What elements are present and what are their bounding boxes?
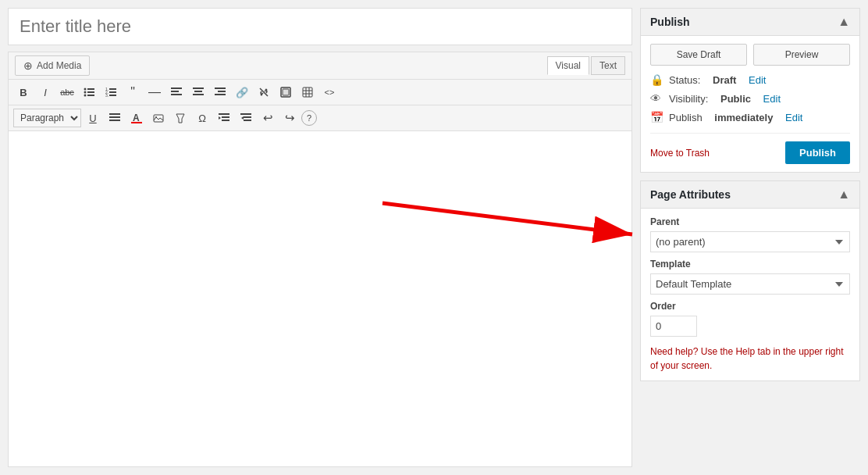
- template-label: Template: [650, 259, 850, 270]
- parent-label: Parent: [650, 216, 850, 227]
- svg-rect-33: [131, 122, 142, 123]
- page-attributes-header: Page Attributes ▲: [641, 181, 859, 209]
- svg-rect-3: [87, 91, 94, 93]
- underline-button[interactable]: U: [83, 109, 103, 127]
- svg-rect-39: [222, 120, 229, 121]
- svg-rect-41: [244, 116, 251, 118]
- redo-button[interactable]: ↪: [279, 109, 300, 127]
- bold-button[interactable]: B: [13, 83, 34, 102]
- svg-rect-7: [109, 88, 116, 90]
- insert-media-button[interactable]: [148, 109, 169, 127]
- visibility-label: Visibility:: [669, 93, 708, 105]
- publish-actions: Save Draft Preview: [650, 44, 850, 66]
- editor-content[interactable]: [9, 131, 631, 466]
- preview-button[interactable]: Preview: [753, 44, 850, 66]
- add-media-button[interactable]: ⊕ Add Media: [15, 55, 90, 76]
- svg-rect-11: [109, 95, 116, 96]
- svg-rect-18: [215, 88, 226, 89]
- save-draft-button[interactable]: Save Draft: [650, 44, 747, 66]
- svg-text:3.: 3.: [105, 93, 108, 98]
- insert-link-button[interactable]: 🔗: [232, 83, 252, 102]
- fullscreen-button[interactable]: [276, 83, 296, 102]
- svg-rect-29: [109, 113, 120, 115]
- align-right-button[interactable]: [210, 83, 230, 102]
- visibility-value: Public: [720, 93, 751, 105]
- status-edit-link[interactable]: Edit: [749, 74, 766, 86]
- publish-panel-header: Publish ▲: [641, 9, 859, 36]
- publish-panel: Publish ▲ Save Draft Preview 🔒 Status: D…: [640, 8, 860, 173]
- justify-button[interactable]: [105, 109, 125, 127]
- svg-rect-13: [171, 91, 179, 92]
- order-input[interactable]: [650, 316, 697, 337]
- page-attributes-collapse-arrow[interactable]: ▲: [838, 188, 850, 202]
- svg-rect-1: [87, 88, 94, 90]
- svg-rect-17: [193, 94, 204, 95]
- svg-rect-12: [171, 88, 182, 89]
- table-button[interactable]: [297, 83, 318, 102]
- align-left-button[interactable]: [166, 83, 187, 102]
- tab-visual[interactable]: Visual: [547, 56, 589, 75]
- ordered-list-button[interactable]: 1.2.3.: [101, 83, 121, 102]
- svg-rect-16: [194, 91, 202, 92]
- visibility-row: 👁 Visibility: Public Edit: [650, 92, 850, 105]
- svg-rect-40: [240, 113, 251, 115]
- add-media-icon: ⊕: [23, 59, 33, 72]
- unlink-button[interactable]: [254, 83, 274, 102]
- order-label: Order: [650, 301, 850, 312]
- status-icon: 🔒: [650, 73, 664, 86]
- page-attributes-title: Page Attributes: [650, 188, 731, 201]
- svg-rect-20: [215, 94, 226, 95]
- svg-rect-30: [109, 116, 120, 118]
- indent-less-button[interactable]: [236, 109, 256, 127]
- parent-select[interactable]: (no parent): [650, 231, 850, 252]
- editor-area: ⊕ Add Media Visual Text B I abc: [8, 8, 632, 467]
- move-to-trash-link[interactable]: Move to Trash: [650, 148, 710, 159]
- svg-rect-24: [303, 88, 312, 97]
- code-button[interactable]: <>: [319, 83, 340, 102]
- svg-point-4: [84, 95, 87, 97]
- font-color-button[interactable]: A: [126, 109, 147, 127]
- template-select[interactable]: Default Template: [650, 273, 850, 295]
- status-row: 🔒 Status: Draft Edit: [650, 73, 850, 86]
- editor-top-bar: ⊕ Add Media Visual Text: [9, 52, 631, 80]
- status-label: Status:: [669, 74, 700, 86]
- publish-collapse-arrow[interactable]: ▲: [838, 15, 850, 29]
- visibility-edit-link[interactable]: Edit: [763, 93, 781, 105]
- publish-button[interactable]: Publish: [785, 141, 850, 164]
- strikethrough-button[interactable]: abc: [57, 83, 77, 102]
- svg-rect-15: [193, 88, 204, 89]
- schedule-label: Publish: [669, 112, 703, 123]
- visual-text-tabs: Visual Text: [547, 56, 625, 75]
- page-attributes-panel: Page Attributes ▲ Parent (no parent) Tem…: [640, 180, 860, 381]
- clear-formatting-button[interactable]: [170, 109, 190, 127]
- undo-button[interactable]: ↩: [258, 109, 278, 127]
- svg-rect-38: [222, 116, 229, 118]
- svg-point-2: [84, 91, 87, 94]
- title-input[interactable]: [8, 8, 632, 45]
- svg-rect-19: [218, 91, 226, 92]
- unordered-list-button[interactable]: [79, 83, 99, 102]
- publish-footer: Move to Trash Publish: [650, 133, 850, 164]
- format-select[interactable]: Paragraph: [13, 109, 81, 127]
- indent-more-button[interactable]: [214, 109, 234, 127]
- schedule-edit-link[interactable]: Edit: [785, 112, 802, 123]
- special-chars-button[interactable]: Ω: [192, 109, 212, 127]
- svg-point-35: [155, 116, 157, 118]
- hr-button[interactable]: —: [144, 83, 165, 102]
- publish-panel-body: Save Draft Preview 🔒 Status: Draft Edit: [641, 36, 859, 172]
- help-button[interactable]: ?: [301, 110, 317, 126]
- status-value: Draft: [713, 74, 736, 86]
- schedule-icon: 📅: [650, 111, 664, 123]
- svg-rect-9: [109, 91, 116, 93]
- align-center-button[interactable]: [188, 83, 208, 102]
- publish-panel-title: Publish: [650, 16, 690, 28]
- svg-rect-37: [219, 113, 229, 115]
- tab-text[interactable]: Text: [591, 56, 625, 75]
- italic-button[interactable]: I: [35, 83, 55, 102]
- page-attributes-body: Parent (no parent) Template Default Temp…: [641, 209, 859, 380]
- help-text: Need help? Use the Help tab in the upper…: [650, 345, 850, 373]
- svg-rect-42: [244, 120, 251, 121]
- toolbar-row1: B I abc 1.2.3. " —: [9, 80, 631, 105]
- blockquote-button[interactable]: ": [123, 83, 143, 102]
- svg-rect-23: [283, 89, 289, 95]
